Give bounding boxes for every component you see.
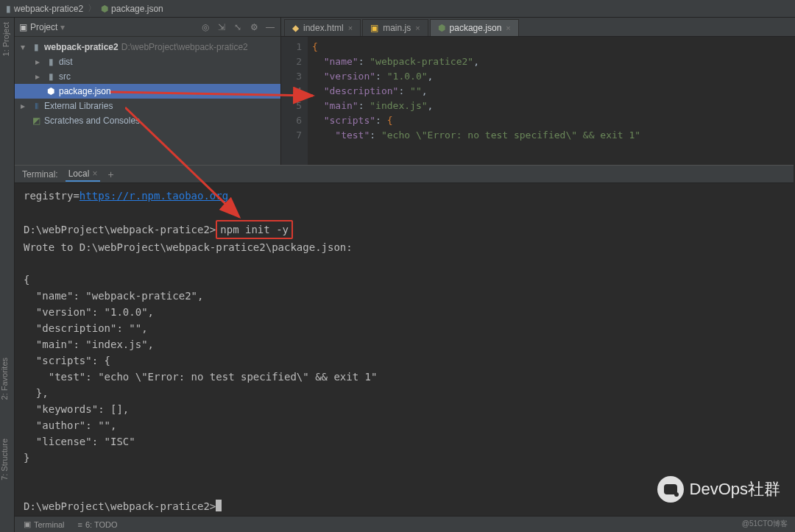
line-gutter: 1234567 <box>281 37 308 165</box>
close-icon[interactable]: × <box>348 24 353 32</box>
tab-index-html[interactable]: ◆ index.html × <box>284 19 361 36</box>
terminal-output[interactable]: registry=https://r.npm.taobao.org D:\web… <box>15 183 794 517</box>
statusbar-todo[interactable]: ≡ 6: TODO <box>78 520 118 529</box>
close-icon[interactable]: × <box>92 169 97 179</box>
chevron-right-icon: ▸ <box>21 101 28 111</box>
breadcrumb-project-label: webpack-pratice2 <box>14 4 83 14</box>
scratch-icon: ◩ <box>31 116 41 126</box>
editor-tabs: ◆ index.html × ▣ main.js × ⬢ package.jso… <box>281 18 795 37</box>
library-icon: ⫴ <box>31 101 41 111</box>
code-editor[interactable]: 1234567 { "name": "webpack-pratice2", "v… <box>281 37 795 165</box>
tree-node-src[interactable]: ▸ ▮ src <box>15 69 280 84</box>
watermark-small: @51CTO博客 <box>742 519 788 529</box>
add-terminal-button[interactable]: + <box>107 169 113 180</box>
folder-icon: ▮ <box>31 42 41 52</box>
left-tool-gutter-bottom: 2: Favorites 7: Structure <box>0 165 15 532</box>
tree-root[interactable]: ▾ ▮ webpack-pratice2 D:\webProject\webpa… <box>15 40 280 54</box>
sidebar-tab-structure[interactable]: 7: Structure <box>0 439 9 480</box>
target-icon[interactable]: ◎ <box>199 21 211 33</box>
collapse-icon[interactable]: ⤡ <box>232 21 244 33</box>
gear-icon[interactable]: ⚙ <box>248 21 260 33</box>
sidebar-tab-project[interactable]: 1: Project <box>0 18 14 60</box>
breadcrumb-project[interactable]: ▮ webpack-pratice2 <box>6 4 83 14</box>
watermark: DevOps社群 <box>657 476 780 503</box>
editor-area: ◆ index.html × ▣ main.js × ⬢ package.jso… <box>281 18 795 165</box>
registry-link[interactable]: https://r.npm.taobao.org <box>80 190 228 202</box>
chevron-right-icon: ▸ <box>35 71 43 82</box>
tree-node-dist[interactable]: ▸ ▮ dist <box>15 54 280 69</box>
expand-icon[interactable]: ⇲ <box>216 21 227 33</box>
js-icon: ▣ <box>370 23 378 33</box>
html-icon: ◆ <box>292 23 299 33</box>
tree-root-path: D:\webProject\webpack-pratice2 <box>121 42 248 52</box>
close-icon[interactable]: × <box>506 24 510 32</box>
terminal-tool-window: Terminal: Local × + registry=https://r.n… <box>15 165 794 517</box>
folder-icon: ▮ <box>6 4 11 14</box>
close-icon[interactable]: × <box>415 24 420 32</box>
chevron-down-icon: ▾ <box>21 42 28 52</box>
project-title[interactable]: ▣ Project ▾ <box>19 22 195 32</box>
status-bar: ▣ Terminal ≡ 6: TODO <box>15 516 795 532</box>
breadcrumb-file[interactable]: ⬢ package.json <box>101 4 163 14</box>
json-icon: ⬢ <box>438 23 445 33</box>
left-tool-gutter: 1: Project <box>0 18 15 165</box>
tree-node-scratches[interactable]: ◩ Scratches and Consoles <box>15 113 280 128</box>
wechat-icon <box>657 476 684 503</box>
terminal-title: Terminal: <box>22 169 58 180</box>
breadcrumb-bar: ▮ webpack-pratice2 〉 ⬢ package.json <box>0 0 795 18</box>
json-icon: ⬢ <box>101 4 108 14</box>
project-tree[interactable]: ▾ ▮ webpack-pratice2 D:\webProject\webpa… <box>15 37 280 165</box>
code-content[interactable]: { "name": "webpack-pratice2", "version":… <box>308 37 795 165</box>
folder-icon: ▮ <box>46 57 56 67</box>
dropdown-icon: ▾ <box>60 22 65 32</box>
terminal-tab-local[interactable]: Local × <box>66 167 101 182</box>
tree-node-package-json[interactable]: ⬢ package.json <box>15 84 280 99</box>
chevron-right-icon: 〉 <box>88 2 96 15</box>
breadcrumb-file-label: package.json <box>111 4 163 14</box>
tab-package-json[interactable]: ⬢ package.json × <box>430 19 519 36</box>
cursor <box>216 500 222 511</box>
chevron-right-icon: ▸ <box>35 57 43 67</box>
project-icon: ▣ <box>19 22 27 32</box>
tree-root-name: webpack-pratice2 <box>44 42 119 52</box>
sidebar-tab-favorites[interactable]: 2: Favorites <box>0 358 9 400</box>
highlighted-command: npm init -y <box>216 220 293 239</box>
project-header: ▣ Project ▾ ◎ ⇲ ⤡ ⚙ — <box>15 18 280 37</box>
terminal-header: Terminal: Local × + <box>15 166 794 183</box>
tab-main-js[interactable]: ▣ main.js × <box>362 19 428 36</box>
folder-icon: ▮ <box>46 71 56 82</box>
statusbar-terminal[interactable]: ▣ Terminal <box>24 519 65 529</box>
project-tool-window: ▣ Project ▾ ◎ ⇲ ⤡ ⚙ — ▾ ▮ webpack-pratic… <box>15 18 281 165</box>
todo-icon: ≡ <box>78 520 82 529</box>
terminal-icon: ▣ <box>24 519 31 529</box>
hide-icon[interactable]: — <box>264 21 276 33</box>
tree-node-external-libraries[interactable]: ▸ ⫴ External Libraries <box>15 99 280 113</box>
json-icon: ⬢ <box>46 86 56 96</box>
